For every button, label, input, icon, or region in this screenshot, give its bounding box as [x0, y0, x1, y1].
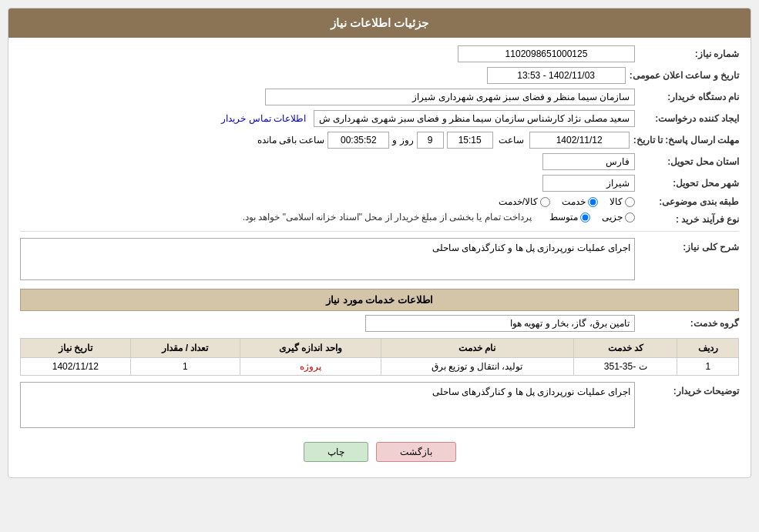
col-quantity: تعداد / مقدار [130, 339, 240, 358]
category-khadamat[interactable]: خدمت [562, 196, 598, 207]
process-jozvi-radio[interactable] [625, 212, 635, 223]
category-kala-radio[interactable] [625, 197, 635, 207]
cell-service-name: تولید، انتقال و توزیع برق [381, 358, 573, 376]
cell-unit: پروژه [240, 358, 381, 376]
date-label: تاریخ و ساعت اعلان عمومی: [630, 70, 739, 81]
table-row: 1 ت -35-351 تولید، انتقال و توزیع برق پر… [21, 358, 739, 376]
col-service-name: نام خدمت [381, 339, 573, 358]
time-label: ساعت [499, 135, 524, 146]
process-jozvi-label: جزیی [602, 212, 623, 223]
category-khadamat-radio[interactable] [588, 197, 598, 207]
buyer-org-label: نام دستگاه خریدار: [639, 92, 739, 102]
province-value: فارس [542, 153, 635, 170]
process-radio-group: جزیی متوسط [549, 212, 635, 223]
buyer-desc-label: توضیحات خریدار: [639, 382, 739, 396]
header-title: جزئیات اطلاعات نیاز [331, 16, 428, 29]
services-section-title: اطلاعات خدمات مورد نیاز [20, 289, 739, 311]
days-label: روز و [392, 135, 413, 146]
need-number-label: شماره نیاز: [639, 49, 739, 59]
need-desc-label: شرح کلی نیاز: [639, 238, 739, 253]
cell-service-code: ت -35-351 [573, 358, 677, 376]
province-label: استان محل تحویل: [639, 156, 739, 167]
category-radio-group: کالا خدمت کالا/خدمت [499, 196, 635, 207]
date-value: 1402/11/03 - 13:53 [487, 67, 626, 84]
creator-value: سعید مصلی نژاد کارشناس سازمان سیما منظر … [314, 110, 635, 127]
creator-contact-link[interactable]: اطلاعات تماس خریدار [221, 113, 306, 124]
col-date: تاریخ نیاز [21, 339, 131, 358]
service-group-label: گروه خدمت: [639, 318, 739, 329]
service-group-value: تامین برق، گاز، بخار و تهویه هوا [365, 315, 635, 332]
col-rownum: ردیف [677, 339, 739, 358]
col-unit: واحد اندازه گیری [240, 339, 381, 358]
buttons-row: بازگشت چاپ [20, 442, 739, 462]
remaining-label: ساعت باقی مانده [257, 135, 325, 146]
services-table: ردیف کد خدمت نام خدمت واحد اندازه گیری ت… [20, 338, 739, 376]
creator-label: ایجاد کننده درخواست: [639, 113, 739, 124]
category-kala-khadamat-radio[interactable] [540, 197, 550, 207]
cell-quantity: 1 [130, 358, 240, 376]
category-khadamat-label: خدمت [562, 196, 586, 207]
cell-date: 1402/11/12 [21, 358, 131, 376]
category-kala-khadamat-label: کالا/خدمت [499, 196, 538, 207]
process-label: نوع فرآیند خرید : [639, 214, 739, 225]
response-days: 9 [417, 132, 444, 149]
col-service-code: کد خدمت [573, 339, 677, 358]
response-date: 1402/11/12 [529, 132, 630, 149]
unit-link[interactable]: پروژه [300, 361, 321, 372]
countdown: 00:35:52 [327, 132, 389, 149]
category-label: طبقه بندی موضوعی: [639, 196, 739, 207]
city-label: شهر محل تحویل: [639, 178, 739, 189]
need-description-textarea[interactable] [20, 238, 635, 280]
process-mottavaset[interactable]: متوسط [549, 212, 590, 223]
back-button[interactable]: بازگشت [376, 442, 456, 462]
response-time: 15:15 [447, 132, 493, 149]
page-header: جزئیات اطلاعات نیاز [8, 8, 751, 38]
need-number-value: 1102098651000125 [458, 45, 635, 62]
category-kala[interactable]: کالا [610, 196, 635, 207]
category-kala-khadamat[interactable]: کالا/خدمت [499, 196, 550, 207]
buyer-org-value: سازمان سیما منظر و فضای سبز شهری شهرداری… [265, 89, 635, 105]
print-button[interactable]: چاپ [304, 442, 368, 462]
cell-rownum: 1 [677, 358, 739, 376]
city-value: شیراز [542, 175, 635, 192]
category-kala-label: کالا [610, 196, 623, 207]
buyer-description-textarea[interactable] [20, 382, 635, 428]
process-note: پرداخت تمام یا بخشی از مبلغ خریدار از مح… [243, 212, 532, 223]
process-mottavaset-label: متوسط [549, 212, 578, 223]
process-mottavaset-radio[interactable] [580, 212, 590, 223]
response-label: مهلت ارسال پاسخ: تا تاریخ: [633, 135, 739, 146]
process-jozvi[interactable]: جزیی [602, 212, 635, 223]
